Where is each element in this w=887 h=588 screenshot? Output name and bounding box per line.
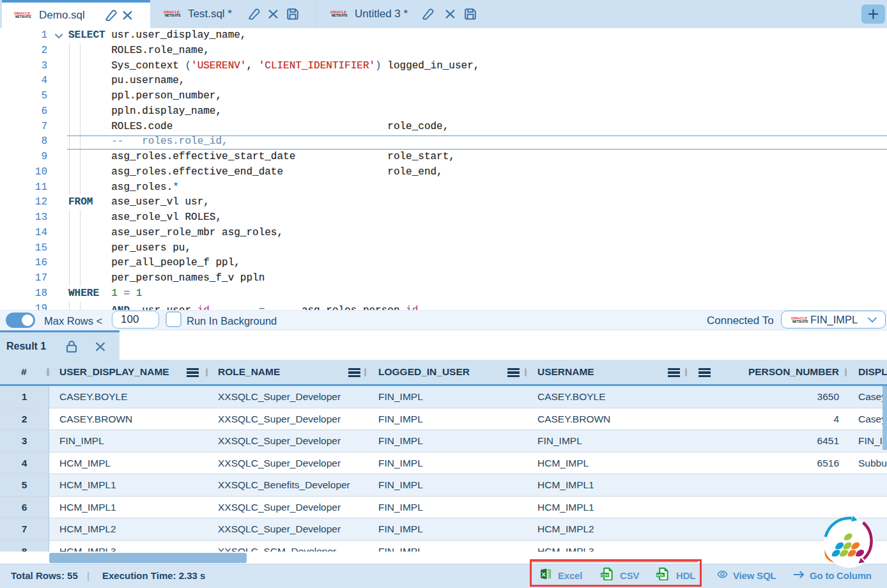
svg-text:HDL: HDL [657, 573, 665, 577]
svg-text:CSV: CSV [601, 573, 609, 577]
svg-text:X: X [541, 571, 546, 578]
